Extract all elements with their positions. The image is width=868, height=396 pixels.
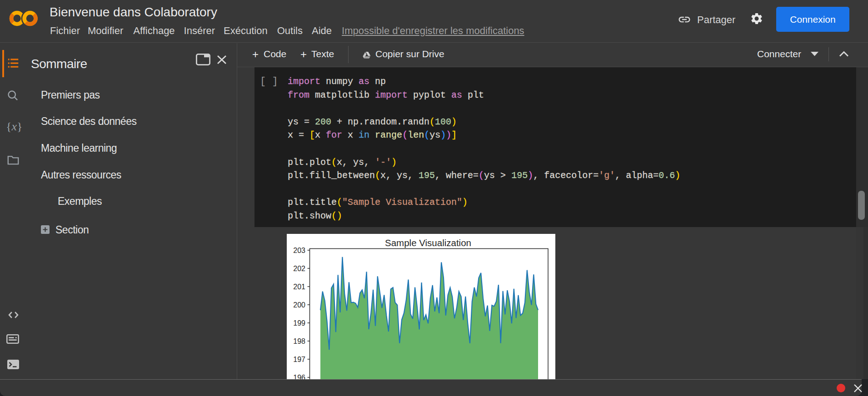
svg-text:197: 197 [293, 356, 305, 363]
svg-text:201: 201 [293, 283, 305, 291]
svg-text:200: 200 [293, 301, 305, 309]
svg-text:198: 198 [293, 337, 305, 345]
svg-text:Sample Visualization: Sample Visualization [385, 238, 471, 248]
svg-text:203: 203 [293, 247, 305, 254]
svg-text:202: 202 [293, 265, 305, 272]
svg-text:199: 199 [293, 319, 305, 327]
